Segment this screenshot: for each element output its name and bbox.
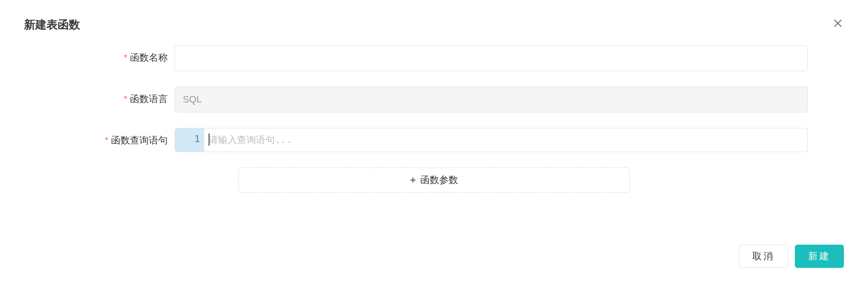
code-gutter: 1: [175, 128, 204, 152]
line-number: 1: [194, 134, 200, 144]
function-language-row: *函数语言: [24, 87, 844, 112]
code-placeholder: 请输入查询语句...: [209, 134, 292, 145]
function-language-label: *函数语言: [24, 87, 175, 106]
modal-footer: 取消 新建: [739, 245, 844, 268]
function-query-label: *函数查询语句: [24, 128, 175, 147]
modal-title: 新建表函数: [24, 17, 844, 32]
create-table-function-modal: 新建表函数 *函数名称 *函数语言 *函数查询语句 1: [0, 0, 868, 286]
function-name-label: *函数名称: [24, 45, 175, 64]
add-params-row: + 函数参数: [24, 168, 844, 193]
function-query-row: *函数查询语句 1 请输入查询语句...: [24, 128, 844, 152]
code-cursor-icon: [209, 134, 209, 146]
function-query-editor[interactable]: 1 请输入查询语句...: [175, 128, 808, 152]
function-name-row: *函数名称: [24, 45, 844, 71]
code-content[interactable]: 请输入查询语句...: [204, 128, 807, 152]
close-button[interactable]: [832, 17, 844, 29]
cancel-button[interactable]: 取消: [739, 245, 788, 268]
required-star-icon: *: [123, 93, 127, 104]
required-star-icon: *: [105, 135, 108, 146]
create-button[interactable]: 新建: [795, 245, 844, 268]
required-star-icon: *: [123, 52, 127, 63]
plus-icon: +: [410, 175, 416, 185]
add-params-button[interactable]: + 函数参数: [238, 168, 630, 193]
add-params-label: 函数参数: [420, 174, 458, 187]
function-name-input[interactable]: [175, 45, 808, 71]
close-icon: [833, 18, 843, 28]
function-language-input: [175, 87, 808, 112]
